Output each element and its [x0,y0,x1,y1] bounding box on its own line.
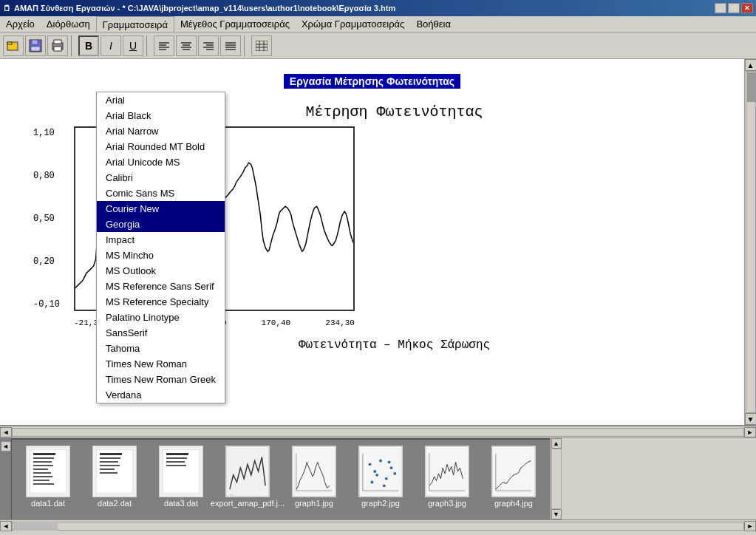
file-label-graph2: graph2.jpg [361,499,400,508]
font-calibri[interactable]: Calibri [97,170,225,185]
print-button[interactable] [47,35,68,56]
align-right-button[interactable] [198,35,219,56]
hscroll-track[interactable] [12,428,744,437]
font-dropdown-menu[interactable]: Arial Arial Black Arial Narrow Arial Rou… [96,92,225,403]
title-bar-text: 🗒 ΑΜΑΠ Σύνθεση Εργασιών - * C:\JAVA\jbpr… [3,4,395,13]
svg-rect-1 [7,42,12,44]
window-controls: _ □ ✕ [715,3,753,13]
file-hscroll-right-btn[interactable]: ► [744,521,756,531]
menu-font[interactable]: Γραμματοσειρά [96,16,174,32]
file-browser-left-scroll[interactable]: ◄ [0,438,12,519]
separator-3 [244,35,248,56]
file-scroll-down-btn[interactable]: ▼ [551,509,562,519]
scrollbar-track[interactable] [746,71,756,413]
file-item-graph4[interactable]: graph4.jpg [480,443,547,511]
file-label-data3: data3.dat [164,499,198,508]
font-verdana[interactable]: Verdana [97,387,225,403]
menu-edit[interactable]: Διόρθωση [41,16,96,32]
svg-point-65 [388,461,391,464]
file-browser-hscrollbar[interactable]: ◄ ► [0,519,756,531]
file-item-graph3[interactable]: graph3.jpg [414,443,480,511]
file-hscroll-track[interactable] [12,522,744,531]
hscroll-left-button[interactable]: ◄ [0,427,12,437]
x-label-4: 170,40 [262,318,291,327]
font-sans-serif[interactable]: SansSerif [97,325,225,341]
file-item-data3[interactable]: data3.dat [148,443,214,511]
font-times-new-roman[interactable]: Times New Roman [97,356,225,372]
save-button[interactable] [25,35,46,56]
file-label-graph4: graph4.jpg [494,499,533,508]
svg-rect-44 [100,468,115,470]
font-ms-reference-specialty[interactable]: MS Reference Specialty [97,294,225,310]
svg-rect-41 [100,457,120,459]
svg-rect-40 [100,453,122,455]
file-item-data1[interactable]: data1.dat [15,443,81,511]
svg-rect-29 [30,449,67,494]
maximize-button[interactable]: □ [728,3,740,13]
file-browser-right-scroll[interactable]: ▲ ▼ [550,438,562,519]
svg-rect-37 [33,480,50,481]
font-arial-black[interactable]: Arial Black [97,108,225,123]
menu-file[interactable]: Αρχείο [0,16,41,32]
file-item-data2[interactable]: data2.dat [81,443,148,511]
font-times-new-roman-greek[interactable]: Times New Roman Greek [97,372,225,387]
scroll-up-button[interactable]: ▲ [745,59,757,71]
menu-bar: Αρχείο Διόρθωση Γραμματοσειρά Μέγεθος Γρ… [0,16,756,33]
file-icon-graph3 [425,446,469,497]
align-left-button[interactable] [154,35,174,56]
file-item-graph1[interactable]: graph1.jpg [281,443,347,511]
align-justify-button[interactable] [220,35,241,56]
bold-button[interactable]: B [78,35,99,56]
font-arial[interactable]: Arial [97,92,225,108]
menu-help[interactable]: Βοήθεια [410,16,457,32]
main-container: Arial Arial Black Arial Narrow Arial Rou… [0,59,756,425]
close-button[interactable]: ✕ [741,3,753,13]
font-tahoma[interactable]: Tahoma [97,341,225,356]
file-hscroll-left-btn[interactable]: ◄ [0,521,12,531]
svg-rect-47 [166,453,188,455]
table-button[interactable] [251,35,272,56]
file-hscroll-thumb[interactable] [13,523,58,531]
svg-rect-36 [33,476,52,477]
hscroll-right-button[interactable]: ► [744,427,756,437]
svg-rect-7 [54,47,61,51]
svg-rect-43 [100,465,120,466]
scrollbar-thumb[interactable] [747,72,756,102]
file-item-graph2[interactable]: graph2.jpg [347,443,414,511]
y-label-5: -0,10 [33,299,60,310]
font-ms-outlook[interactable]: MS Outlook [97,263,225,279]
svg-rect-49 [166,461,185,463]
menu-font-color[interactable]: Χρώμα Γραμματοσειράς [296,16,410,32]
font-comic-sans-ms[interactable]: Comic Sans MS [97,185,225,201]
file-vscroll-track[interactable] [551,449,562,509]
minimize-button[interactable]: _ [715,3,726,13]
svg-point-62 [370,481,373,484]
font-arial-unicode-ms[interactable]: Arial Unicode MS [97,154,225,170]
font-georgia[interactable]: Georgia [97,217,225,232]
separator-1 [71,35,75,56]
font-palatino-linotype[interactable]: Palatino Linotype [97,310,225,325]
y-label-1: 1,10 [33,128,60,138]
font-ms-mincho[interactable]: MS Mincho [97,248,225,263]
file-scroll-left-btn[interactable]: ◄ [1,441,11,451]
file-scroll-up-btn[interactable]: ▲ [551,438,562,449]
file-item-export[interactable]: ... export_amap_pdf.j... [214,443,281,511]
svg-rect-32 [33,461,52,463]
align-center-button[interactable] [176,35,197,56]
svg-rect-38 [33,483,54,485]
font-courier-new[interactable]: Courier New [97,201,225,217]
font-impact[interactable]: Impact [97,232,225,248]
menu-font-size[interactable]: Μέγεθος Γραμματοσειράς [174,16,296,32]
file-label-data2: data2.dat [98,499,132,508]
doc-hscrollbar[interactable]: ◄ ► [0,426,756,438]
open-button[interactable] [3,35,24,56]
doc-scrollbar[interactable]: ▲ ▼ [744,59,756,425]
font-ms-reference-sans-serif[interactable]: MS Reference Sans Serif [97,279,225,294]
underline-button[interactable]: U [123,35,143,56]
font-arial-rounded-mt-bold[interactable]: Arial Rounded MT Bold [97,139,225,154]
scroll-down-button[interactable]: ▼ [745,413,757,425]
file-label-export: export_amap_pdf.j... [211,499,285,508]
italic-button[interactable]: I [101,35,121,56]
font-arial-narrow[interactable]: Arial Narrow [97,123,225,139]
svg-rect-42 [100,461,118,463]
